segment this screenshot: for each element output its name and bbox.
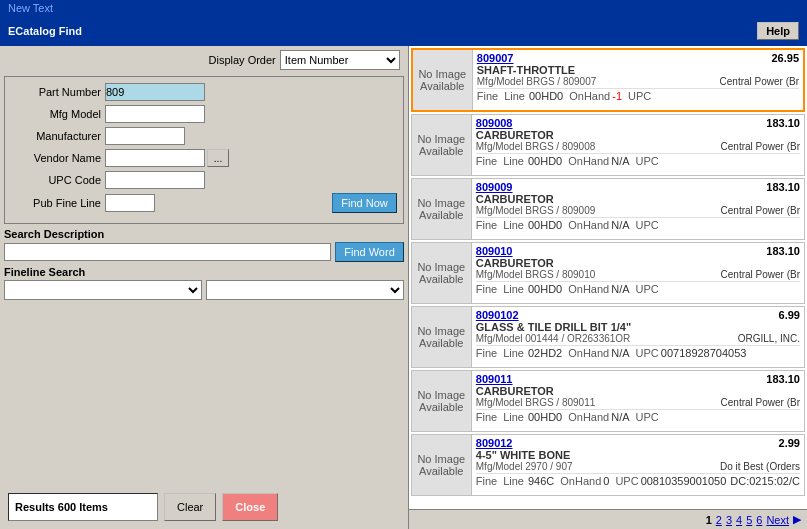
item-number[interactable]: 809008 bbox=[476, 117, 513, 129]
item-line-code: 00HD0 bbox=[528, 155, 562, 167]
no-image-line2: Available bbox=[420, 80, 464, 92]
item-fine-label: Fine bbox=[476, 219, 497, 231]
item-details: 809012 2.99 4-5" WHITE BONE Mfg/Model 29… bbox=[472, 435, 804, 495]
part-number-label: Part Number bbox=[11, 86, 101, 98]
next-page-link[interactable]: Next bbox=[766, 514, 789, 526]
vendor-name-input[interactable] bbox=[105, 149, 205, 167]
item-number[interactable]: 809012 bbox=[476, 437, 513, 449]
find-word-button[interactable]: Find Word bbox=[335, 242, 404, 262]
no-image: No Image Available bbox=[412, 435, 472, 495]
fineline-select-2[interactable] bbox=[206, 280, 404, 300]
item-name: GLASS & TILE DRILL BIT 1/4" bbox=[476, 321, 800, 333]
item-number[interactable]: 809010 bbox=[476, 245, 513, 257]
item-mfg: Mfg/Model 001444 / OR263361OR bbox=[476, 333, 631, 344]
page-link[interactable]: 5 bbox=[746, 514, 752, 526]
item-upc-label: UPC bbox=[636, 283, 659, 295]
item-card[interactable]: No Image Available 809007 26.95 SHAFT-TH… bbox=[411, 48, 805, 112]
item-number[interactable]: 8090102 bbox=[476, 309, 519, 321]
display-order-select[interactable]: Item Number Description Price bbox=[280, 50, 400, 70]
display-order-label: Display Order bbox=[209, 54, 276, 66]
item-upc-val: 00810359001050 bbox=[641, 475, 727, 487]
pub-fine-line-row: Pub Fine Line Find Now bbox=[11, 193, 397, 213]
item-line-label: Line bbox=[503, 347, 524, 359]
item-onhand-label: OnHand bbox=[569, 90, 610, 102]
item-number[interactable]: 809007 bbox=[477, 52, 514, 64]
no-image-line1: No Image bbox=[417, 453, 465, 465]
item-card[interactable]: No Image Available 8090102 6.99 GLASS & … bbox=[411, 306, 805, 368]
item-line-label: Line bbox=[503, 411, 524, 423]
item-upc-label: UPC bbox=[636, 411, 659, 423]
page-link[interactable]: 3 bbox=[726, 514, 732, 526]
find-now-button[interactable]: Find Now bbox=[332, 193, 396, 213]
manufacturer-input[interactable] bbox=[105, 127, 185, 145]
item-fine-label: Fine bbox=[476, 411, 497, 423]
item-line-label: Line bbox=[503, 155, 524, 167]
help-button[interactable]: Help bbox=[757, 22, 799, 40]
item-mfg: Mfg/Model BRGS / 809007 bbox=[477, 76, 597, 87]
item-details: 809007 26.95 SHAFT-THROTTLE Mfg/Model BR… bbox=[473, 50, 803, 110]
page-link[interactable]: 2 bbox=[716, 514, 722, 526]
search-description-input[interactable] bbox=[4, 243, 331, 261]
no-image: No Image Available bbox=[412, 371, 472, 431]
item-bottom-row: Fine Line 946C OnHand 0 UPC 008103590010… bbox=[476, 473, 800, 487]
item-card[interactable]: No Image Available 809009 183.10 CARBURE… bbox=[411, 178, 805, 240]
manufacturer-row: Manufacturer bbox=[11, 127, 397, 145]
clear-button[interactable]: Clear bbox=[164, 493, 216, 521]
item-price: 183.10 bbox=[766, 117, 800, 129]
item-price: 183.10 bbox=[766, 245, 800, 257]
pub-fine-line-input[interactable] bbox=[105, 194, 155, 212]
item-name: CARBURETOR bbox=[476, 257, 800, 269]
manufacturer-label: Manufacturer bbox=[11, 130, 101, 142]
no-image-line1: No Image bbox=[417, 389, 465, 401]
app-title: ECatalog Find bbox=[8, 25, 757, 37]
no-image: No Image Available bbox=[412, 243, 472, 303]
item-price: 183.10 bbox=[766, 373, 800, 385]
close-button[interactable]: Close bbox=[222, 493, 278, 521]
item-upc-label: UPC bbox=[636, 155, 659, 167]
item-top-row: 8090102 6.99 bbox=[476, 309, 800, 321]
item-vendor: Central Power (Br bbox=[721, 205, 800, 216]
item-card[interactable]: No Image Available 809012 2.99 4-5" WHIT… bbox=[411, 434, 805, 496]
no-image: No Image Available bbox=[412, 115, 472, 175]
mfg-model-input[interactable] bbox=[105, 105, 205, 123]
item-bottom-row: Fine Line 00HD0 OnHand N/A UPC bbox=[476, 281, 800, 295]
next-page-arrow[interactable]: ▶ bbox=[793, 513, 801, 526]
mfg-model-label: Mfg Model bbox=[11, 108, 101, 120]
item-name: CARBURETOR bbox=[476, 129, 800, 141]
no-image-line1: No Image bbox=[417, 325, 465, 337]
page-link[interactable]: 4 bbox=[736, 514, 742, 526]
item-upc-label: UPC bbox=[628, 90, 651, 102]
item-top-row: 809012 2.99 bbox=[476, 437, 800, 449]
item-line-label: Line bbox=[503, 219, 524, 231]
item-onhand-val: N/A bbox=[611, 411, 629, 423]
item-price: 183.10 bbox=[766, 181, 800, 193]
display-order-row: Display Order Item Number Description Pr… bbox=[4, 50, 404, 70]
item-card[interactable]: No Image Available 809008 183.10 CARBURE… bbox=[411, 114, 805, 176]
vendor-browse-button[interactable]: ... bbox=[207, 149, 229, 167]
item-top-row: 809010 183.10 bbox=[476, 245, 800, 257]
mfg-model-row: Mfg Model bbox=[11, 105, 397, 123]
item-onhand-val: N/A bbox=[611, 155, 629, 167]
item-number[interactable]: 809011 bbox=[476, 373, 513, 385]
item-details: 809009 183.10 CARBURETOR Mfg/Model BRGS … bbox=[472, 179, 804, 239]
item-card[interactable]: No Image Available 809011 183.10 CARBURE… bbox=[411, 370, 805, 432]
item-bottom-row: Fine Line 00HD0 OnHand N/A UPC bbox=[476, 217, 800, 231]
vendor-name-label: Vendor Name bbox=[11, 152, 101, 164]
item-name: CARBURETOR bbox=[476, 385, 800, 397]
item-line-label: Line bbox=[503, 475, 524, 487]
item-card[interactable]: No Image Available 809010 183.10 CARBURE… bbox=[411, 242, 805, 304]
no-image-line2: Available bbox=[419, 145, 463, 157]
item-upc-label: UPC bbox=[615, 475, 638, 487]
item-vendor: Central Power (Br bbox=[721, 397, 800, 408]
upc-code-input[interactable] bbox=[105, 171, 205, 189]
item-fine-label: Fine bbox=[476, 155, 497, 167]
item-fine-label: Fine bbox=[477, 90, 498, 102]
fineline-select-1[interactable] bbox=[4, 280, 202, 300]
item-mfg-vendor-row: Mfg/Model BRGS / 809009 Central Power (B… bbox=[476, 205, 800, 216]
upc-code-label: UPC Code bbox=[11, 174, 101, 186]
item-number[interactable]: 809009 bbox=[476, 181, 513, 193]
item-onhand-label: OnHand bbox=[568, 411, 609, 423]
part-number-input[interactable] bbox=[105, 83, 205, 101]
page-link[interactable]: 6 bbox=[756, 514, 762, 526]
item-vendor: Central Power (Br bbox=[720, 76, 799, 87]
